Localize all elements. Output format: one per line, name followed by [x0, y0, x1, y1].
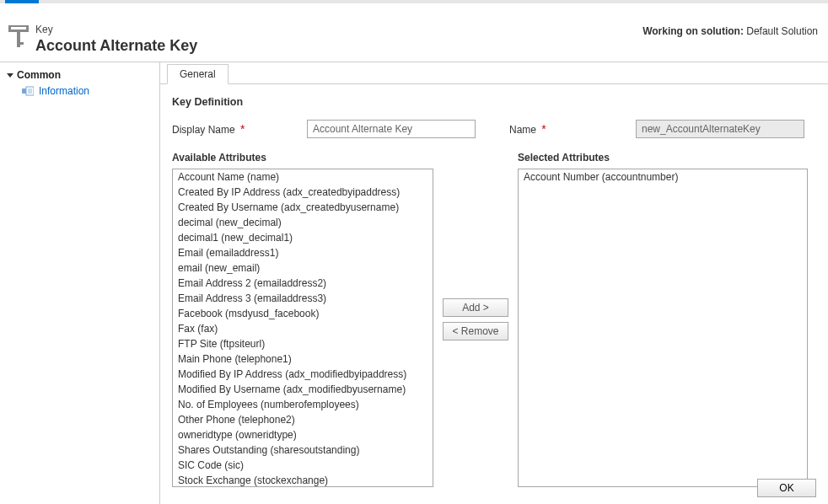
solution-name: Default Solution — [746, 25, 818, 37]
sidebar-item-information[interactable]: Information — [0, 83, 159, 99]
information-icon — [22, 86, 34, 96]
remove-button[interactable]: < Remove — [443, 322, 508, 340]
page-title: Account Alternate Key — [35, 37, 197, 55]
list-item[interactable]: Modified By Username (adx_modifiedbyuser… — [173, 382, 433, 397]
entity-type-label: Key — [35, 24, 197, 35]
tabstrip: General — [160, 62, 828, 84]
sidebar-section-common[interactable]: Common — [0, 67, 159, 83]
list-item[interactable]: decimal (new_decimal) — [173, 215, 433, 230]
selected-attributes-list[interactable]: Account Number (accountnumber) — [518, 169, 808, 487]
svg-rect-1 — [11, 27, 26, 29]
list-item[interactable]: email (new_email) — [173, 260, 433, 276]
selected-attributes-label: Selected Attributes — [518, 152, 808, 164]
list-item[interactable]: Email Address 2 (emailaddress2) — [173, 276, 433, 291]
list-item[interactable]: No. of Employees (numberofemployees) — [173, 397, 433, 412]
panel-title: Key Definition — [172, 96, 816, 108]
add-button[interactable]: Add > — [443, 298, 508, 317]
solution-context: Working on solution: Default Solution — [643, 25, 818, 37]
required-indicator: * — [541, 122, 546, 136]
list-item[interactable]: Other Phone (telephone2) — [173, 412, 433, 427]
list-item[interactable]: Shares Outstanding (sharesoutstanding) — [173, 442, 433, 458]
list-item[interactable]: Created By Username (adx_createdbyuserna… — [173, 200, 433, 215]
ok-button[interactable]: OK — [757, 479, 816, 497]
display-name-input[interactable] — [307, 120, 476, 138]
list-item[interactable]: FTP Site (ftpsiteurl) — [173, 336, 433, 351]
key-icon — [8, 25, 29, 51]
sidebar-item-label: Information — [39, 85, 89, 97]
sidebar: Common Information — [0, 62, 160, 504]
display-name-label: Display Name — [172, 124, 235, 136]
list-item[interactable]: Modified By IP Address (adx_modifiedbyip… — [173, 367, 433, 382]
list-item[interactable]: SIC Code (sic) — [173, 458, 433, 473]
name-label: Name — [509, 124, 536, 136]
available-attributes-label: Available Attributes — [172, 152, 433, 164]
required-indicator: * — [240, 122, 245, 136]
svg-rect-3 — [17, 42, 24, 45]
list-item[interactable]: Email (emailaddress1) — [173, 245, 433, 260]
list-item[interactable]: Account Number (accountnumber) — [519, 169, 807, 185]
list-item[interactable]: Created By IP Address (adx_createdbyipad… — [173, 185, 433, 200]
list-item[interactable]: Email Address 3 (emailaddress3) — [173, 291, 433, 306]
tab-general[interactable]: General — [167, 64, 229, 84]
caret-down-icon — [7, 73, 13, 78]
list-item[interactable]: Stock Exchange (stockexchange) — [173, 473, 433, 487]
svg-rect-2 — [17, 32, 20, 47]
available-attributes-list[interactable]: Account Name (name)Created By IP Address… — [172, 169, 433, 487]
list-item[interactable]: owneridtype (owneridtype) — [173, 427, 433, 442]
list-item[interactable]: Main Phone (telephone1) — [173, 351, 433, 367]
list-item[interactable]: decimal1 (new_decimal1) — [173, 230, 433, 245]
sidebar-section-label: Common — [17, 69, 61, 81]
name-input — [636, 120, 804, 138]
list-item[interactable]: Facebook (msdyusd_facebook) — [173, 306, 433, 321]
list-item[interactable]: Fax (fax) — [173, 321, 433, 336]
list-item[interactable]: Account Name (name) — [173, 169, 433, 185]
header-bar: Key Account Alternate Key Working on sol… — [0, 0, 828, 62]
solution-label: Working on solution: — [643, 25, 744, 37]
